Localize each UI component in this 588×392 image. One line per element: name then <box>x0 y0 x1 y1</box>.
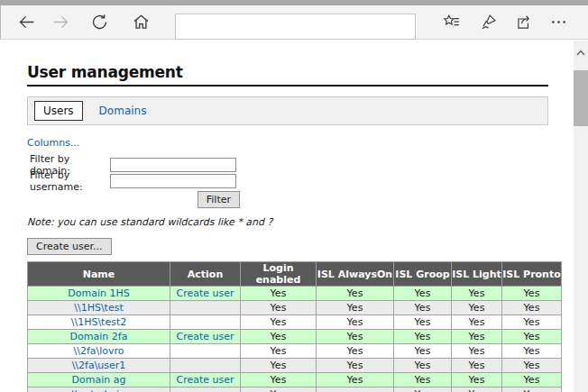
name-cell: Domain 2fa <box>28 330 170 344</box>
action-cell <box>170 344 241 359</box>
username-link[interactable]: \\2fa\lovro <box>73 345 124 357</box>
action-cell <box>170 315 241 330</box>
action-cell <box>170 387 241 392</box>
create-user-button[interactable]: Create user... <box>27 238 112 255</box>
favorites-hub-button[interactable] <box>439 12 463 35</box>
username-link[interactable]: \\1HS\test2 <box>71 316 127 328</box>
value-cell: Yes <box>452 344 502 359</box>
filter-domain-input[interactable] <box>110 158 236 172</box>
value-cell: Yes <box>394 287 452 301</box>
filter-button[interactable]: Filter <box>198 191 240 208</box>
name-cell: \\1HS\test2 <box>28 315 170 330</box>
name-cell: Domain ag <box>28 373 170 387</box>
domain-row: Domain 2faCreate userYesYesYesYesYes <box>28 330 562 344</box>
scrollbar-thumb[interactable] <box>574 70 588 126</box>
value-cell: Yes <box>502 344 562 359</box>
forward-arrow-icon <box>51 13 70 35</box>
value-cell: Yes <box>502 287 562 301</box>
value-cell: Yes <box>452 387 502 392</box>
value-cell: Yes <box>241 387 317 392</box>
chevron-up-icon <box>576 42 585 59</box>
create-user-link[interactable]: Create user <box>176 331 234 342</box>
browser-toolbar <box>0 5 588 40</box>
col-header-isl-pronto: ISL Pronto <box>502 262 562 287</box>
domain-row: Domain 1HSCreate userYesYesYesYesYes <box>28 287 562 301</box>
more-options-button[interactable] <box>547 12 570 35</box>
value-cell: Yes <box>394 330 452 344</box>
value-cell: Yes <box>452 330 502 344</box>
action-cell: Create user <box>170 330 241 344</box>
value-cell: Yes <box>241 344 317 359</box>
value-cell: Yes <box>241 330 317 344</box>
page-title: User management <box>27 63 548 87</box>
create-user-link[interactable]: Create user <box>176 374 234 386</box>
columns-link[interactable]: Columns... <box>27 137 79 149</box>
scrollbar-up-button[interactable] <box>574 44 588 57</box>
create-user-link[interactable]: Create user <box>176 287 234 299</box>
value-cell: Yes <box>241 359 317 373</box>
value-cell: Yes <box>394 387 452 392</box>
share-icon <box>515 13 534 35</box>
ellipsis-icon <box>549 13 568 35</box>
value-cell: Yes <box>394 344 452 359</box>
filter-username-label: Filter by username: <box>27 169 110 193</box>
value-cell: Yes <box>394 301 452 315</box>
value-cell: Yes <box>502 301 562 315</box>
username-link[interactable]: \\1HS\test <box>74 302 124 314</box>
value-cell: Yes <box>317 344 394 359</box>
home-icon <box>132 13 151 35</box>
value-cell: Yes <box>241 287 317 301</box>
tab-domains[interactable]: Domains <box>99 105 147 117</box>
col-header-isl-alwayson: ISL AlwaysOn <box>317 262 394 287</box>
action-cell: Create user <box>170 287 241 301</box>
value-cell: Yes <box>502 373 562 387</box>
share-button[interactable] <box>512 12 536 35</box>
user-row: \\1HS\test2YesYesYesYesYes <box>28 315 562 330</box>
value-cell: Yes <box>502 330 562 344</box>
domain-link[interactable]: Domain 2fa <box>70 331 128 342</box>
value-cell: Yes <box>452 359 502 373</box>
value-cell: Yes <box>241 301 317 315</box>
user-row: \\2fa\user1YesYesYesYesYes <box>28 359 562 373</box>
action-cell <box>170 301 241 315</box>
wildcards-note: Note: you can use standard wildcards lik… <box>27 216 548 228</box>
back-button[interactable] <box>14 12 38 35</box>
tab-bar: Users Domains <box>27 96 548 125</box>
refresh-button[interactable] <box>87 12 111 35</box>
domain-link[interactable]: Domain ag <box>72 374 126 386</box>
address-bar-input[interactable] <box>175 14 416 40</box>
web-note-button[interactable] <box>476 12 500 35</box>
filter-form: Filter by domain: Filter by username: Fi… <box>27 157 548 208</box>
page-scrollbar[interactable] <box>574 41 588 392</box>
user-table-body: Domain 1HSCreate userYesYesYesYesYes\\1H… <box>28 287 562 392</box>
username-link[interactable]: \\2fa\user1 <box>72 360 126 371</box>
username-link[interactable]: \\ag\admin <box>72 388 125 392</box>
favorites-star-icon <box>442 13 461 35</box>
forward-button[interactable] <box>49 12 72 35</box>
value-cell: Yes <box>317 359 394 373</box>
col-header-login-enabled: Login enabled <box>241 262 317 287</box>
home-button[interactable] <box>129 12 152 35</box>
value-cell: Yes <box>502 315 562 330</box>
domain-row: Domain agCreate userYesYesYesYesYes <box>28 373 562 387</box>
name-cell: \\2fa\user1 <box>28 359 170 373</box>
col-header-isl-light: ISL Light <box>452 262 502 287</box>
value-cell: Yes <box>241 315 317 330</box>
action-cell <box>170 359 241 373</box>
name-cell: Domain 1HS <box>28 287 170 301</box>
value-cell: Yes <box>317 301 394 315</box>
tab-users[interactable]: Users <box>34 101 83 121</box>
value-cell: Yes <box>317 315 394 330</box>
page-body: User management Users Domains Columns...… <box>1 41 574 392</box>
filter-username-input[interactable] <box>110 174 236 188</box>
value-cell: Yes <box>452 315 502 330</box>
action-cell: Create user <box>170 373 241 387</box>
name-cell: \\1HS\test <box>28 301 170 315</box>
domain-link[interactable]: Domain 1HS <box>68 287 129 299</box>
value-cell <box>317 387 394 392</box>
back-arrow-icon <box>17 13 36 35</box>
value-cell: Yes <box>394 315 452 330</box>
col-header-name: Name <box>28 262 170 287</box>
col-header-action: Action <box>170 262 241 287</box>
value-cell: Yes <box>452 373 502 387</box>
